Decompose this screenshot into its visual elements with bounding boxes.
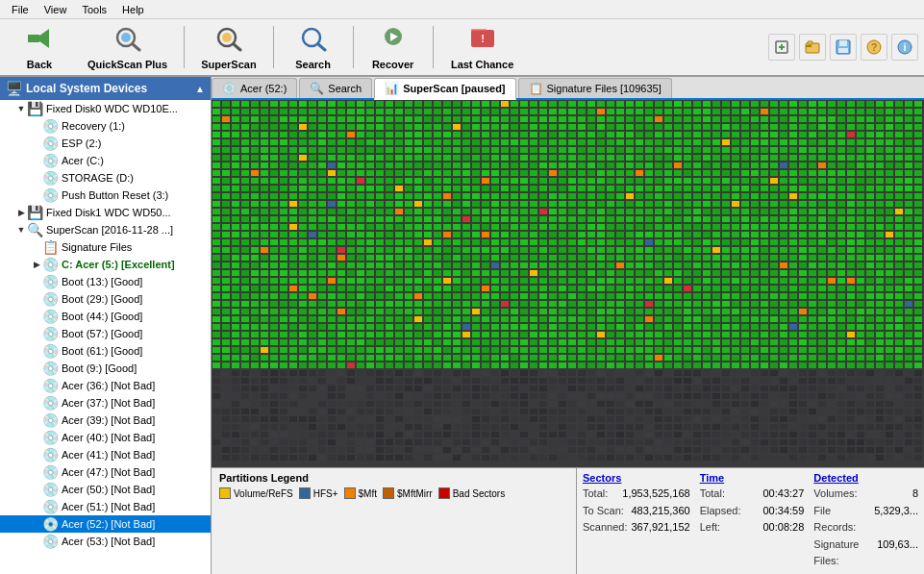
- svg-point-4: [121, 33, 131, 42]
- scan-canvas: [212, 100, 924, 467]
- info-button[interactable]: i: [891, 34, 918, 61]
- svg-point-7: [222, 33, 232, 42]
- stat-value: 483,215,360: [628, 503, 690, 520]
- stat-row: Total: 1,953,525,168: [583, 486, 690, 503]
- svg-text:!: !: [481, 33, 485, 44]
- svg-line-9: [318, 44, 325, 50]
- tree-toggle-fixed0[interactable]: ▼: [15, 104, 27, 113]
- tree-item-esp[interactable]: 💿 ESP (2:): [0, 135, 211, 152]
- tab-superscan[interactable]: 📊SuperScan [paused]: [374, 78, 515, 100]
- superscan-icon: [213, 25, 244, 57]
- tree-item-fixed0[interactable]: ▼ 💾 Fixed Disk0 WDC WD10E...: [0, 100, 211, 117]
- search-button[interactable]: Search: [280, 22, 347, 72]
- tree-item-acer39[interactable]: 💿 Acer (39:) [Not Bad]: [0, 412, 211, 429]
- stat-row: Left: 00:08:28: [700, 519, 805, 537]
- tree-item-c_acer5[interactable]: ▶ 💿 C: Acer (5:) [Excellent]: [0, 256, 211, 273]
- tree-item-acer53[interactable]: 💿 Acer (53:) [Not Bad]: [0, 533, 211, 550]
- save-button[interactable]: [830, 34, 857, 61]
- tree-item-boot9[interactable]: 💿 Boot (9:) [Good]: [0, 360, 211, 377]
- legend-items: Volume/ReFS HFS+ $Mft $MftMirr Bad Secto…: [219, 487, 568, 499]
- tree-item-boot61[interactable]: 💿 Boot (61:) [Good]: [0, 342, 211, 360]
- tree-icon-boot57: 💿: [42, 326, 59, 341]
- tab-acer52[interactable]: 💿Acer (52:): [212, 78, 297, 98]
- new-button[interactable]: [768, 34, 795, 61]
- tree-label-acer50: Acer (50:) [Not Bad]: [62, 484, 155, 495]
- tree-icon-acer39: 💿: [42, 412, 59, 428]
- tree-item-acer50[interactable]: 💿 Acer (50:) [Not Bad]: [0, 481, 211, 498]
- tab-sigfiles[interactable]: 📋Signature Files [109635]: [518, 78, 672, 98]
- stat-label: Elapsed:: [700, 503, 741, 520]
- toolbar-right: ? i: [768, 34, 918, 61]
- recover-button[interactable]: Recover: [360, 22, 427, 72]
- menu-help[interactable]: Help: [114, 2, 152, 17]
- tree-item-sigfiles[interactable]: 📋 Signature Files: [0, 238, 211, 256]
- tab-search[interactable]: 🔍Search: [299, 78, 372, 98]
- legend-item: Bad Sectors: [438, 487, 505, 499]
- stat-value: 109,63...: [877, 537, 918, 570]
- tree-item-boot57[interactable]: 💿 Boot (57:) [Good]: [0, 325, 211, 342]
- tree-label-superscan: SuperScan [2016-11-28 ...]: [46, 224, 173, 236]
- tree-item-superscan[interactable]: ▼ 🔍 SuperScan [2016-11-28 ...]: [0, 221, 211, 238]
- tree-item-acer47[interactable]: 💿 Acer (47:) [Not Bad]: [0, 463, 211, 481]
- tree-item-acer_c[interactable]: 💿 Acer (C:): [0, 152, 211, 169]
- tree-item-acer51[interactable]: 💿 Acer (51:) [Not Bad]: [0, 498, 211, 515]
- svg-rect-1: [28, 35, 39, 42]
- superscan-label: SuperScan: [201, 59, 256, 70]
- tree-icon-acer37: 💿: [42, 395, 59, 411]
- stat-header-detected[interactable]: Detected: [813, 472, 918, 484]
- stat-col-time: Time Total: 00:43:27 Elapsed: 00:34:59 L…: [700, 472, 805, 570]
- menu-tools[interactable]: Tools: [74, 2, 114, 17]
- tree-icon-boot9: 💿: [42, 361, 59, 376]
- stat-value: 00:34:59: [744, 503, 804, 520]
- legend-item: $Mft: [344, 487, 377, 499]
- tree-item-boot13[interactable]: 💿 Boot (13:) [Good]: [0, 273, 211, 290]
- stat-label: Signature Files:: [813, 537, 873, 570]
- tree-label-acer37: Acer (37:) [Not Bad]: [62, 397, 155, 409]
- tree-item-acer52[interactable]: 💿 Acer (52:) [Not Bad]: [0, 515, 211, 533]
- stat-header-time: Time: [700, 472, 805, 484]
- legend-color: [299, 487, 311, 499]
- help-button[interactable]: ?: [861, 34, 887, 61]
- back-button[interactable]: Back: [6, 22, 73, 72]
- tree-label-storage_d: STORAGE (D:): [62, 172, 134, 184]
- svg-rect-23: [838, 48, 848, 53]
- legend-item: HFS+: [299, 487, 338, 499]
- tree-item-acer41[interactable]: 💿 Acer (41:) [Not Bad]: [0, 446, 211, 463]
- tree-item-pushbtn[interactable]: 💿 Push Button Reset (3:): [0, 187, 211, 204]
- tree-icon-acer51: 💿: [42, 499, 59, 514]
- tree-icon-pushbtn: 💿: [42, 187, 59, 203]
- quickscan-button[interactable]: QuickScan Plus: [77, 22, 178, 72]
- tab-icon-search: 🔍: [310, 82, 324, 95]
- tree-icon-superscan: 🔍: [27, 222, 43, 237]
- tree-icon-acer40: 💿: [42, 430, 59, 445]
- lastchance-button[interactable]: ! Last Chance: [439, 22, 526, 72]
- legend-area: Partitions Legend Volume/ReFS HFS+ $Mft …: [212, 468, 577, 574]
- tree-toggle-fixed1[interactable]: ▶: [15, 208, 27, 217]
- legend-color: [219, 487, 231, 499]
- main-content: 🖥️ Local System Devices ▲ ▼ 💾 Fixed Disk…: [0, 77, 924, 574]
- stat-col-sectors: Sectors Total: 1,953,525,168 To Scan: 48…: [583, 472, 690, 570]
- tree-item-boot29[interactable]: 💿 Boot (29:) [Good]: [0, 290, 211, 308]
- tree-icon-storage_d: 💿: [42, 170, 59, 186]
- stat-header-sectors: Sectors: [583, 472, 690, 484]
- tree-item-storage_d[interactable]: 💿 STORAGE (D:): [0, 169, 211, 187]
- superscan-button[interactable]: SuperScan: [190, 22, 266, 72]
- tree-toggle-c_acer5[interactable]: ▶: [31, 260, 42, 269]
- tree-icon-fixed1: 💾: [27, 205, 43, 220]
- open-button[interactable]: [799, 34, 826, 61]
- tree-area[interactable]: ▼ 💾 Fixed Disk0 WDC WD10E... 💿 Recovery …: [0, 100, 211, 574]
- tree-item-recovery[interactable]: 💿 Recovery (1:): [0, 117, 211, 135]
- legend-item: Volume/ReFS: [219, 487, 293, 499]
- tree-item-boot44[interactable]: 💿 Boot (44:) [Good]: [0, 308, 211, 325]
- stat-value: 1,953,525,168: [612, 486, 689, 503]
- tree-item-acer40[interactable]: 💿 Acer (40:) [Not Bad]: [0, 429, 211, 446]
- panel-scroll-up[interactable]: ▲: [195, 84, 205, 94]
- menu-file[interactable]: File: [4, 2, 37, 17]
- tree-item-fixed1[interactable]: ▶ 💾 Fixed Disk1 WDC WD50...: [0, 204, 211, 221]
- tree-item-acer36[interactable]: 💿 Acer (36:) [Not Bad]: [0, 377, 211, 394]
- tab-icon-sigfiles: 📋: [529, 82, 543, 95]
- tree-item-acer37[interactable]: 💿 Acer (37:) [Not Bad]: [0, 394, 211, 412]
- tree-toggle-superscan[interactable]: ▼: [15, 225, 27, 235]
- menu-view[interactable]: View: [37, 2, 75, 17]
- tree-icon-acer53: 💿: [42, 534, 59, 549]
